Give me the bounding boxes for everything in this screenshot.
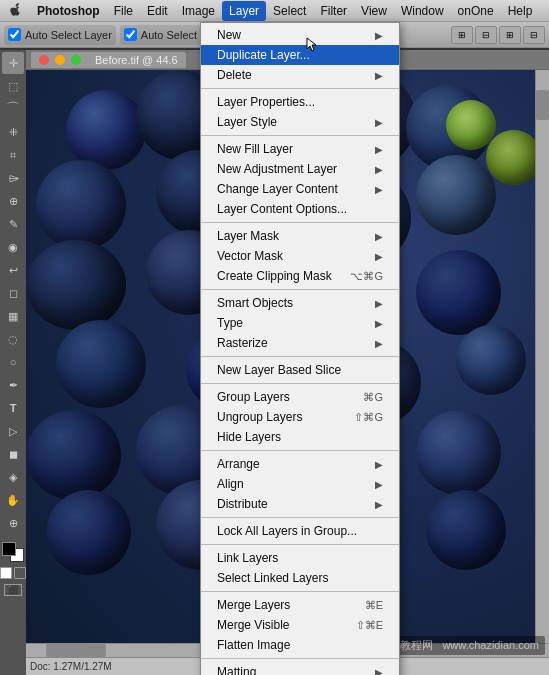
tool-blur[interactable]: ◌ <box>2 328 24 350</box>
tool-zoom[interactable]: ⊕ <box>2 512 24 534</box>
menubar-view[interactable]: View <box>354 1 394 21</box>
menu-lock-all[interactable]: Lock All Layers in Group... <box>201 521 399 541</box>
menu-align-label: Align <box>217 477 244 491</box>
menu-new-adjustment[interactable]: New Adjustment Layer ▶ <box>201 159 399 179</box>
document-tab[interactable]: Before.tif @ 44.6 <box>30 51 187 68</box>
menubar-edit[interactable]: Edit <box>140 1 175 21</box>
menu-merge-visible[interactable]: Merge Visible ⇧⌘E <box>201 615 399 635</box>
foreground-color[interactable] <box>2 542 16 556</box>
menu-new-fill-arrow: ▶ <box>375 144 383 155</box>
menu-content-options[interactable]: Layer Content Options... <box>201 199 399 219</box>
menu-clipping-mask-shortcut: ⌥⌘G <box>350 270 383 283</box>
menu-clipping-mask[interactable]: Create Clipping Mask ⌥⌘G <box>201 266 399 286</box>
toolbar-btn1[interactable]: ⊞ <box>451 26 473 44</box>
toolbar-btn3[interactable]: ⊞ <box>499 26 521 44</box>
menu-vector-mask[interactable]: Vector Mask ▶ <box>201 246 399 266</box>
menu-new-label: New <box>217 28 241 42</box>
menu-ungroup-layers[interactable]: Ungroup Layers ⇧⌘G <box>201 407 399 427</box>
menubar-filter[interactable]: Filter <box>313 1 354 21</box>
tool-pen[interactable]: ✒ <box>2 374 24 396</box>
berry-21 <box>416 410 501 495</box>
auto-groups-checkbox[interactable] <box>124 28 137 41</box>
menu-type-arrow: ▶ <box>375 318 383 329</box>
tool-history[interactable]: ↩ <box>2 259 24 281</box>
color-swatches[interactable] <box>2 542 24 562</box>
menu-flatten-label: Flatten Image <box>217 638 290 652</box>
scroll-thumb-v[interactable] <box>536 90 549 120</box>
menubar-file[interactable]: File <box>107 1 140 21</box>
menu-distribute[interactable]: Distribute ▶ <box>201 494 399 514</box>
normal-mode[interactable] <box>0 567 12 579</box>
screen-mode[interactable]: ⬛ <box>4 584 22 596</box>
menubar-select[interactable]: Select <box>266 1 313 21</box>
menu-align[interactable]: Align ▶ <box>201 474 399 494</box>
layer-menu: New ▶ Duplicate Layer... Delete ▶ Layer … <box>200 22 400 675</box>
menu-distribute-arrow: ▶ <box>375 499 383 510</box>
menu-new-adjustment-label: New Adjustment Layer <box>217 162 337 176</box>
menu-flatten-image[interactable]: Flatten Image <box>201 635 399 655</box>
menu-new-fill-label: New Fill Layer <box>217 142 293 156</box>
menubar-onone[interactable]: onOne <box>451 1 501 21</box>
toolbar-btn4[interactable]: ⊟ <box>523 26 545 44</box>
toolbar-auto-select[interactable]: Auto Select Layer <box>4 25 116 45</box>
scroll-thumb-h[interactable] <box>46 644 106 657</box>
menu-rasterize[interactable]: Rasterize ▶ <box>201 333 399 353</box>
menu-content-options-label: Layer Content Options... <box>217 202 347 216</box>
vertical-scrollbar[interactable] <box>535 70 549 643</box>
menu-new-fill[interactable]: New Fill Layer ▶ <box>201 139 399 159</box>
menu-merge-layers[interactable]: Merge Layers ⌘E <box>201 595 399 615</box>
minimize-btn[interactable] <box>55 55 65 65</box>
tool-stamp[interactable]: ◉ <box>2 236 24 258</box>
tool-crop[interactable]: ⌗ <box>2 144 24 166</box>
tool-marquee[interactable]: ⬚ <box>2 75 24 97</box>
menubar-layer[interactable]: Layer <box>222 1 266 21</box>
menu-layer-mask[interactable]: Layer Mask ▶ <box>201 226 399 246</box>
quick-mask[interactable] <box>14 567 26 579</box>
menu-new-layer-slice[interactable]: New Layer Based Slice <box>201 360 399 380</box>
menu-smart-objects[interactable]: Smart Objects ▶ <box>201 293 399 313</box>
menu-layer-style[interactable]: Layer Style ▶ <box>201 112 399 132</box>
menubar-window[interactable]: Window <box>394 1 451 21</box>
menu-hide-layers[interactable]: Hide Layers <box>201 427 399 447</box>
menu-layer-properties-label: Layer Properties... <box>217 95 315 109</box>
menubar-photoshop[interactable]: Photoshop <box>30 1 107 21</box>
menu-change-content[interactable]: Change Layer Content ▶ <box>201 179 399 199</box>
tool-eyedropper[interactable]: ⌲ <box>2 167 24 189</box>
tool-magic-wand[interactable]: ⁜ <box>2 121 24 143</box>
tool-hand[interactable]: ✋ <box>2 489 24 511</box>
close-btn[interactable] <box>39 55 49 65</box>
tool-3d[interactable]: ◈ <box>2 466 24 488</box>
maximize-btn[interactable] <box>71 55 81 65</box>
tool-selection[interactable]: ▷ <box>2 420 24 442</box>
tool-shape[interactable]: ◼ <box>2 443 24 465</box>
menu-ungroup-shortcut: ⇧⌘G <box>354 411 383 424</box>
toolbar-btn2[interactable]: ⊟ <box>475 26 497 44</box>
tool-text[interactable]: T <box>2 397 24 419</box>
menu-matting[interactable]: Matting ▶ <box>201 662 399 675</box>
menu-layer-properties[interactable]: Layer Properties... <box>201 92 399 112</box>
menu-group-layers[interactable]: Group Layers ⌘G <box>201 387 399 407</box>
menu-arrange-arrow: ▶ <box>375 459 383 470</box>
menu-type[interactable]: Type ▶ <box>201 313 399 333</box>
tool-eraser[interactable]: ◻ <box>2 282 24 304</box>
menu-link-layers[interactable]: Link Layers <box>201 548 399 568</box>
auto-select-checkbox[interactable] <box>8 28 21 41</box>
menu-arrange[interactable]: Arrange ▶ <box>201 454 399 474</box>
menubar-help[interactable]: Help <box>501 1 540 21</box>
tool-dodge[interactable]: ○ <box>2 351 24 373</box>
tool-move[interactable]: ✛ <box>2 52 24 74</box>
menu-rasterize-arrow: ▶ <box>375 338 383 349</box>
menu-new[interactable]: New ▶ <box>201 25 399 45</box>
apple-menu[interactable] <box>0 3 30 19</box>
menu-delete[interactable]: Delete ▶ <box>201 65 399 85</box>
menubar-image[interactable]: Image <box>175 1 222 21</box>
tool-lasso[interactable]: ⌒ <box>2 98 24 120</box>
tool-gradient[interactable]: ▦ <box>2 305 24 327</box>
tool-brush[interactable]: ✎ <box>2 213 24 235</box>
status-text: Doc: 1.27M/1.27M <box>30 661 112 672</box>
menu-select-linked[interactable]: Select Linked Layers <box>201 568 399 588</box>
menu-vector-mask-label: Vector Mask <box>217 249 283 263</box>
separator-7 <box>201 450 399 451</box>
tool-heal[interactable]: ⊕ <box>2 190 24 212</box>
menu-duplicate[interactable]: Duplicate Layer... <box>201 45 399 65</box>
